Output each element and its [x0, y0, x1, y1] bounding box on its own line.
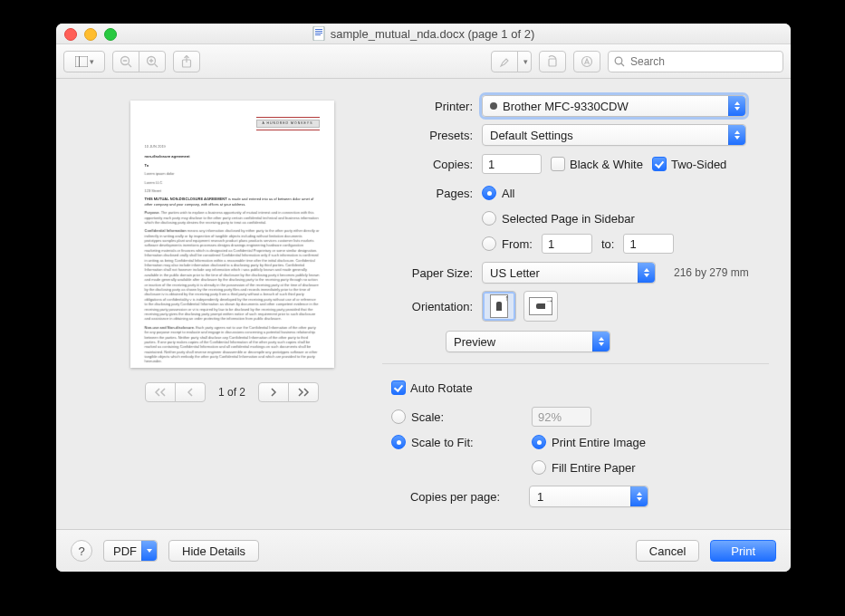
cancel-button[interactable]: Cancel: [636, 540, 699, 562]
svg-rect-17: [549, 59, 556, 66]
zoom-window-button[interactable]: [104, 28, 117, 41]
presets-select[interactable]: Default Settings: [482, 124, 746, 146]
document-icon: [312, 26, 325, 41]
svg-rect-4: [315, 34, 321, 35]
last-page-button[interactable]: [288, 382, 319, 402]
print-entire-image-radio[interactable]: Print Entire Image: [532, 435, 646, 449]
sidebar-icon: [75, 56, 88, 67]
orientation-landscape-button[interactable]: →: [523, 291, 558, 322]
view-mode-button[interactable]: ▾: [63, 51, 105, 72]
pages-to-label: to:: [601, 237, 614, 251]
paper-size-hint: 216 by 279 mm: [674, 266, 749, 279]
svg-rect-5: [75, 56, 88, 67]
preview-pane: A HUNDRED MONKEYS 10 JUN 2019 non-disclo…: [56, 79, 382, 532]
svg-line-20: [621, 63, 624, 66]
search-icon: [614, 56, 625, 67]
first-page-button[interactable]: [145, 382, 176, 402]
auto-rotate-checkbox[interactable]: Auto Rotate: [391, 380, 473, 395]
help-button[interactable]: ?: [71, 540, 92, 562]
pages-to-field[interactable]: 1: [623, 234, 674, 254]
highlight-button[interactable]: [491, 51, 518, 72]
copies-field[interactable]: 1: [482, 154, 542, 174]
svg-rect-1: [315, 29, 322, 30]
svg-line-8: [129, 63, 132, 67]
presets-label: Presets:: [382, 129, 473, 142]
zoom-out-icon: [120, 55, 132, 68]
page-thumbnail[interactable]: A HUNDRED MONKEYS 10 JUN 2019 non-disclo…: [130, 101, 334, 368]
print-button[interactable]: Print: [710, 540, 776, 562]
highlight-icon: [499, 55, 510, 68]
chevron-left-icon: [186, 388, 195, 397]
window-title: sample_mutual_nda.docx (page 1 of 2): [331, 27, 534, 41]
next-page-button[interactable]: [258, 382, 289, 402]
window-controls: [64, 28, 117, 41]
pdf-menu[interactable]: PDF: [103, 540, 158, 562]
prev-page-button[interactable]: [175, 382, 206, 402]
fill-entire-paper-radio[interactable]: Fill Entire Paper: [532, 460, 635, 475]
orientation-portrait-button[interactable]: ↑: [482, 291, 516, 322]
minimize-window-button[interactable]: [84, 28, 97, 41]
printer-label: Printer:: [382, 100, 473, 113]
copies-per-page-select[interactable]: 1: [529, 486, 648, 507]
portrait-icon: ↑: [490, 294, 508, 318]
highlight-menu-button[interactable]: ▾: [517, 51, 532, 72]
svg-rect-3: [315, 33, 322, 34]
toolbar: ▾ ▾: [56, 44, 791, 79]
chevron-right-icon: [269, 388, 278, 397]
svg-line-11: [155, 63, 158, 67]
scale-to-fit-radio[interactable]: Scale to Fit:: [391, 435, 532, 449]
close-window-button[interactable]: [64, 28, 77, 41]
scale-radio[interactable]: Scale:: [391, 409, 532, 424]
two-sided-checkbox[interactable]: Two-Sided: [652, 157, 726, 171]
svg-rect-2: [315, 31, 322, 32]
page-navigator: 1 of 2: [145, 382, 319, 402]
dialog-footer: ? PDF Hide Details Cancel Print: [56, 529, 791, 572]
markup-button[interactable]: [573, 51, 600, 72]
titlebar: sample_mutual_nda.docx (page 1 of 2): [56, 24, 791, 44]
svg-point-19: [615, 57, 622, 64]
zoom-out-button[interactable]: [112, 51, 139, 72]
svg-marker-16: [501, 59, 508, 66]
paper-size-label: Paper Size:: [382, 266, 473, 280]
zoom-in-button[interactable]: [139, 51, 166, 72]
zoom-in-icon: [146, 55, 158, 68]
section-divider: [382, 363, 769, 364]
pages-from-field[interactable]: 1: [542, 234, 592, 254]
pages-range-radio[interactable]: From:: [482, 236, 533, 251]
first-page-icon: [154, 388, 167, 397]
copies-label: Copies:: [382, 158, 473, 171]
page-indicator: 1 of 2: [218, 386, 245, 399]
print-dialog-window: sample_mutual_nda.docx (page 1 of 2) ▾: [56, 24, 791, 572]
markup-icon: [581, 55, 593, 68]
orientation-label: Orientation:: [382, 300, 473, 313]
share-button[interactable]: [173, 51, 200, 72]
last-page-icon: [297, 388, 310, 397]
pages-selected-radio[interactable]: Selected Page in Sidebar: [482, 211, 635, 226]
printer-select[interactable]: Brother MFC-9330CDW: [482, 95, 746, 117]
landscape-icon: →: [529, 297, 552, 315]
copies-per-page-label: Copies per page:: [382, 490, 500, 504]
scale-field: 92%: [532, 407, 591, 427]
options-section-select[interactable]: Preview: [446, 331, 610, 352]
bw-checkbox[interactable]: Black & White: [551, 157, 643, 171]
pages-label: Pages:: [382, 187, 473, 200]
search-input[interactable]: [629, 54, 777, 69]
hide-details-button[interactable]: Hide Details: [168, 540, 259, 562]
print-options-form: Printer: Brother MFC-9330CDW Presets: De…: [382, 79, 791, 532]
paper-size-select[interactable]: US Letter: [482, 262, 656, 284]
pages-all-radio[interactable]: All: [482, 186, 514, 200]
rotate-button[interactable]: [539, 51, 566, 72]
search-field[interactable]: [608, 51, 783, 72]
thumbnail-logo: A HUNDRED MONKEYS: [256, 117, 320, 132]
rotate-icon: [546, 55, 559, 68]
share-icon: [181, 55, 192, 68]
